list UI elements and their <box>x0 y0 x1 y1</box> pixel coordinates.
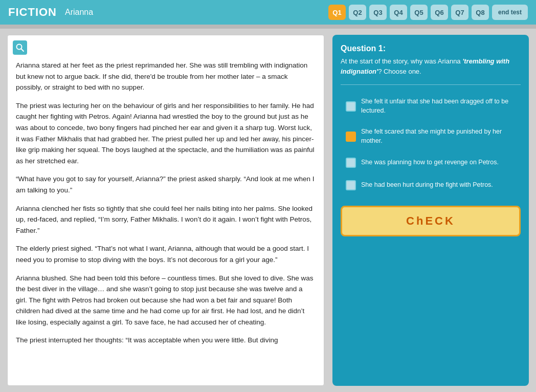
nav-btn-q6[interactable]: Q6 <box>431 5 448 20</box>
answer-option-1[interactable]: She felt it unfair that she had been dra… <box>341 93 521 119</box>
options-container: She felt it unfair that she had been dra… <box>341 93 521 194</box>
option-label-3: She was planning how to get revenge on P… <box>361 158 499 167</box>
option-checkbox-1[interactable] <box>346 101 356 112</box>
passage-container: Arianna stared at her feet as the priest… <box>7 35 324 386</box>
question-panel: Question 1: At the start of the story, w… <box>332 35 529 386</box>
main-content: Arianna stared at her feet as the priest… <box>0 29 536 392</box>
header: FICTION Arianna Q1Q2Q3Q4Q5Q6Q7Q8end test <box>0 0 536 25</box>
passage-paragraph: The priest interrupted her thoughts: “It… <box>16 335 316 346</box>
check-button[interactable]: ChECK <box>341 206 521 236</box>
header-divider <box>0 25 536 29</box>
nav-btn-q5[interactable]: Q5 <box>410 5 428 20</box>
option-checkbox-2[interactable] <box>346 132 356 142</box>
nav-btn-q1[interactable]: Q1 <box>328 5 346 20</box>
nav-btn-q3[interactable]: Q3 <box>369 5 387 20</box>
passage-paragraph: The elderly priest sighed. “That’s not w… <box>16 243 316 265</box>
option-label-1: She felt it unfair that she had been dra… <box>361 97 516 115</box>
passage-paragraph: Arianna blushed. She had been told this … <box>16 273 316 328</box>
question-body: At the start of the story, why was Arian… <box>341 56 521 76</box>
option-label-4: She had been hurt during the fight with … <box>361 181 493 190</box>
answer-option-3[interactable]: She was planning how to get revenge on P… <box>341 154 521 172</box>
nav-btn-q2[interactable]: Q2 <box>349 5 366 20</box>
nav-btn-q4[interactable]: Q4 <box>390 5 407 20</box>
option-checkbox-4[interactable] <box>346 180 356 190</box>
passage-text: Arianna stared at her feet as the priest… <box>16 60 316 346</box>
passage-paragraph: Arianna stared at her feet as the priest… <box>16 60 316 93</box>
passage-paragraph: Arianna clenched her fists so tightly th… <box>16 203 316 236</box>
header-subtitle: Arianna <box>65 8 93 17</box>
nav-btn-q7[interactable]: Q7 <box>451 5 468 20</box>
question-nav: Q1Q2Q3Q4Q5Q6Q7Q8end test <box>328 5 528 20</box>
nav-btn-q8[interactable]: Q8 <box>472 5 489 20</box>
search-icon[interactable] <box>13 40 27 55</box>
svg-line-1 <box>21 49 24 51</box>
answer-option-2[interactable]: She felt scared that she might be punish… <box>341 123 521 149</box>
answer-option-4[interactable]: She had been hurt during the fight with … <box>341 176 521 194</box>
question-divider <box>341 84 521 85</box>
passage-paragraph: “What have you got to say for yourself, … <box>16 173 316 195</box>
passage-paragraph: The priest was lecturing her on the beha… <box>16 100 316 167</box>
question-title: Question 1: <box>341 44 521 53</box>
app-title: FICTION <box>8 6 57 19</box>
question-header: Question 1: At the start of the story, w… <box>341 44 521 76</box>
option-label-2: She felt scared that she might be punish… <box>361 127 516 145</box>
end-test-button[interactable]: end test <box>492 5 528 20</box>
option-checkbox-3[interactable] <box>346 158 356 168</box>
